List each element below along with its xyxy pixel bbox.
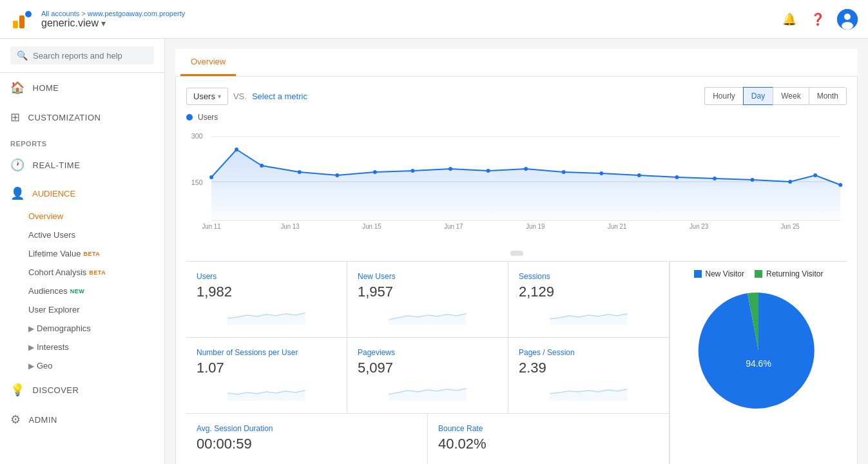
tab-overview[interactable]: Overview (180, 49, 236, 76)
subnav-user-explorer[interactable]: User Explorer (28, 300, 164, 319)
sidebar-item-home[interactable]: 🏠 HOME (0, 73, 164, 102)
subnav-lifetime-value[interactable]: Lifetime Value BETA (28, 244, 164, 263)
metric-title-pages-per-session: Pages / Session (519, 348, 659, 357)
metric-row-3: Avg. Session Duration 00:00:59 Bounce Ra… (186, 414, 670, 464)
view-name: generic.view ▾ (41, 17, 185, 29)
svg-text:300: 300 (191, 132, 203, 140)
svg-point-28 (788, 180, 792, 184)
top-header: All accounts > www.pestgoaway.com.proper… (0, 0, 868, 39)
pie-legend-new-visitor: New Visitor (694, 269, 744, 278)
cohort-badge: BETA (89, 269, 106, 276)
svg-point-17 (373, 170, 377, 174)
chart-legend: Users (186, 113, 847, 122)
admin-icon: ⚙ (10, 412, 21, 427)
help-button[interactable]: ❓ (809, 10, 827, 28)
metrics-and-pie: Users 1,982 New Users 1,957 (186, 261, 847, 464)
reports-section-label: Reports (0, 132, 164, 150)
metric-title-sessions: Sessions (519, 272, 659, 281)
svg-point-23 (599, 171, 603, 175)
view-dropdown-icon[interactable]: ▾ (101, 18, 106, 28)
user-avatar[interactable] (837, 9, 858, 30)
subnav-geo[interactable]: ▶ Geo (28, 356, 164, 375)
all-accounts-link[interactable]: All accounts (41, 10, 79, 17)
sidebar-item-customization[interactable]: ⊞ CUSTOMIZATION (0, 102, 164, 132)
svg-point-25 (675, 175, 679, 179)
svg-point-14 (260, 164, 264, 168)
notifications-button[interactable]: 🔔 (780, 10, 798, 28)
time-buttons: Hourly Day Week Month (704, 87, 847, 105)
users-legend-label: Users (198, 113, 218, 122)
search-input[interactable] (33, 51, 148, 61)
new-visitor-label: New Visitor (706, 269, 744, 278)
subnav-cohort-analysis[interactable]: Cohort Analysis BETA (28, 263, 164, 282)
search-box: 🔍 (0, 39, 164, 73)
returning-visitor-color (755, 270, 762, 278)
svg-marker-39 (228, 313, 305, 325)
sparkline-users (197, 305, 336, 325)
sidebar-item-admin[interactable]: ⚙ ADMIN (0, 405, 164, 434)
metric-value-users: 1,982 (197, 284, 336, 300)
realtime-icon: 🕐 (10, 158, 25, 172)
audience-section: 👤 AUDIENCE Overview Active Users Lifetim… (0, 180, 164, 375)
main-content: Overview Users ▾ VS. Select a metric Hou… (165, 39, 868, 464)
interests-expand-icon: ▶ (28, 343, 34, 352)
metric-value-sessions: 2,129 (519, 284, 659, 300)
breadcrumb: All accounts > www.pestgoaway.com.proper… (41, 10, 185, 29)
sidebar-item-realtime[interactable]: 🕐 REAL-TIME (0, 150, 164, 180)
metric-card-sessions-per-user: Number of Sessions per User 1.07 (186, 338, 347, 414)
audience-icon: 👤 (10, 186, 24, 200)
select-metric-link[interactable]: Select a metric (252, 92, 307, 101)
sidebar: 🔍 🏠 HOME ⊞ CUSTOMIZATION Reports 🕐 REAL-… (0, 39, 165, 464)
svg-point-21 (524, 167, 528, 171)
metrics-left: Users 1,982 New Users 1,957 (186, 262, 670, 464)
metric-value-new-users: 1,957 (358, 284, 497, 300)
breadcrumb-top: All accounts > www.pestgoaway.com.proper… (41, 10, 185, 17)
customization-icon: ⊞ (10, 110, 21, 124)
search-input-wrap: 🔍 (10, 46, 154, 64)
metric-row-2: Number of Sessions per User 1.07 Pagevie… (186, 338, 670, 414)
sparkline-pageviews (358, 382, 497, 401)
metric-card-pageviews: Pageviews 5,097 (347, 338, 508, 414)
metric-value-sessions-per-user: 1.07 (197, 360, 336, 376)
subnav-audiences[interactable]: Audiences NEW (28, 282, 164, 300)
svg-point-12 (209, 175, 213, 179)
metric-card-bounce-rate: Bounce Rate 40.02% (428, 414, 670, 464)
svg-point-26 (713, 177, 717, 180)
subnav-active-users[interactable]: Active Users (28, 226, 164, 244)
metric-title-avg-session: Avg. Session Duration (197, 424, 417, 433)
metric-selector-wrap: Users ▾ VS. Select a metric (186, 88, 307, 105)
svg-text:Jun 15: Jun 15 (362, 223, 381, 230)
svg-point-18 (411, 169, 415, 173)
search-icon: 🔍 (17, 50, 28, 61)
home-label: HOME (33, 83, 59, 93)
metric-title-bounce-rate: Bounce Rate (438, 424, 659, 433)
metric-title-sessions-per-user: Number of Sessions per User (197, 348, 336, 357)
demographics-expand-icon: ▶ (28, 324, 34, 333)
svg-text:150: 150 (191, 179, 203, 186)
sparkline-avg-session (197, 458, 417, 464)
metric-value-pages-per-session: 2.39 (519, 360, 659, 376)
chart-area: 300 150 (186, 127, 847, 243)
sidebar-item-discover[interactable]: 💡 DISCOVER (0, 375, 164, 405)
svg-point-2 (25, 11, 32, 17)
subnav-interests[interactable]: ▶ Interests (28, 338, 164, 356)
subnav-demographics[interactable]: ▶ Demographics (28, 319, 164, 338)
geo-expand-icon: ▶ (28, 362, 34, 371)
time-btn-day[interactable]: Day (743, 87, 773, 105)
metric-card-avg-session: Avg. Session Duration 00:00:59 (186, 414, 428, 464)
pie-legend: New Visitor Returning Visitor (694, 269, 824, 278)
audience-subnav: Overview Active Users Lifetime Value BET… (0, 207, 164, 375)
sidebar-item-audience[interactable]: 👤 AUDIENCE (0, 180, 164, 207)
metric-selector[interactable]: Users ▾ (186, 88, 228, 105)
time-btn-month[interactable]: Month (809, 87, 847, 105)
time-btn-week[interactable]: Week (773, 87, 808, 105)
pie-chart: 94.6% (694, 286, 823, 415)
svg-point-15 (298, 170, 302, 174)
svg-marker-44 (550, 389, 628, 401)
chart-scroll-handle[interactable] (510, 251, 523, 256)
subnav-overview[interactable]: Overview (28, 207, 164, 226)
svg-text:Jun 21: Jun 21 (608, 223, 627, 230)
chart-controls: Users ▾ VS. Select a metric Hourly Day W… (186, 87, 847, 105)
time-btn-hourly[interactable]: Hourly (704, 87, 743, 105)
property-link[interactable]: www.pestgoaway.com.property (88, 10, 185, 17)
